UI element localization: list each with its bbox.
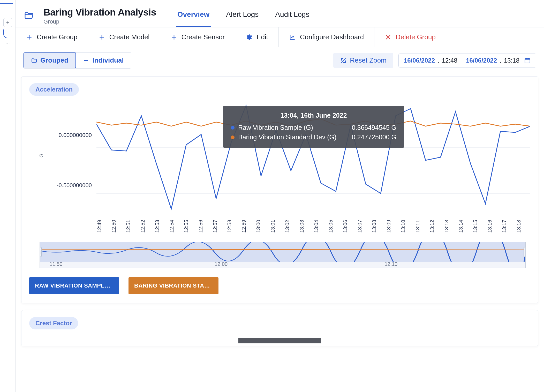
view-grouped-button[interactable]: Grouped bbox=[23, 52, 76, 69]
more-tree-indicator: … bbox=[5, 39, 10, 45]
edit-button[interactable]: Edit bbox=[235, 27, 279, 47]
y-tick: -0.500000000 bbox=[29, 182, 92, 189]
x-tick: 12:55 bbox=[183, 220, 198, 233]
x-tick: 13:13 bbox=[444, 220, 458, 233]
tooltip-peek bbox=[238, 338, 321, 343]
x-tick: 13:01 bbox=[270, 220, 284, 233]
create-sensor-button[interactable]: Create Sensor bbox=[160, 27, 236, 47]
x-tick: 13:04 bbox=[313, 220, 328, 233]
x-tick: 12:49 bbox=[96, 220, 111, 233]
page-header: Baring Vibration Analysis Group Overview… bbox=[16, 0, 544, 27]
x-tick: 12:54 bbox=[169, 220, 183, 233]
gear-icon bbox=[246, 34, 252, 41]
active-indicator-sliver bbox=[0, 0, 13, 4]
x-tick: 13:15 bbox=[472, 220, 487, 233]
create-group-button[interactable]: Create Group bbox=[16, 27, 88, 47]
chart-title-pill: Crest Factor bbox=[29, 317, 78, 329]
plus-icon bbox=[171, 34, 177, 41]
x-tick: 12:56 bbox=[198, 220, 212, 233]
x-tick: 13:16 bbox=[487, 220, 501, 233]
x-tick: 13:17 bbox=[501, 220, 516, 233]
x-tick: 13:11 bbox=[415, 220, 429, 233]
x-tick: 12:59 bbox=[241, 220, 255, 233]
tooltip-row-stddev: Baring Vibration Standard Dev (G) 0.2477… bbox=[231, 132, 396, 142]
tab-bar: Overview Alert Logs Audit Logs bbox=[176, 5, 311, 27]
view-individual-button[interactable]: Individual bbox=[76, 52, 131, 68]
x-tick: 12:51 bbox=[125, 220, 140, 233]
date-range-picker[interactable]: 16/06/2022, 12:48 – 16/06/2022, 13:18 bbox=[398, 54, 536, 67]
x-tick: 13:02 bbox=[284, 220, 299, 233]
x-tick: 13:05 bbox=[328, 220, 342, 233]
series-toggle-raw[interactable]: RAW VIBRATION SAMPLE … bbox=[29, 277, 119, 294]
reset-zoom-button[interactable]: Reset Zoom bbox=[333, 53, 393, 68]
tab-audit-logs[interactable]: Audit Logs bbox=[274, 5, 311, 27]
plus-icon bbox=[26, 34, 33, 41]
delete-group-button[interactable]: Delete Group bbox=[374, 27, 446, 47]
add-node-button[interactable] bbox=[3, 18, 12, 27]
tooltip-row-raw: Raw Vibration Sample (G) -0.366494545 G bbox=[231, 123, 396, 132]
page-title: Baring Vibration Analysis bbox=[43, 7, 156, 18]
time-scrubber[interactable]: 11:50 12:00 12:10 bbox=[40, 242, 526, 268]
series-toggle-stddev[interactable]: BARING VIBRATION STAN… bbox=[129, 277, 218, 294]
calendar-icon bbox=[524, 57, 531, 64]
chart-icon bbox=[289, 34, 296, 41]
x-tick: 13:00 bbox=[255, 220, 270, 233]
page-subtitle: Group bbox=[43, 18, 156, 25]
x-axis-ticks: 12:4912:5012:5112:5212:5312:5412:5512:56… bbox=[96, 220, 530, 233]
tree-branch-decoration bbox=[3, 29, 12, 38]
x-tick: 13:10 bbox=[400, 220, 415, 233]
list-icon bbox=[83, 57, 89, 64]
y-tick: 0.000000000 bbox=[29, 132, 92, 139]
x-tick: 13:09 bbox=[386, 220, 400, 233]
x-tick: 13:14 bbox=[458, 220, 472, 233]
scrubber-handle-left[interactable] bbox=[40, 247, 42, 257]
x-tick: 13:03 bbox=[299, 220, 313, 233]
chart-tooltip: 13:04, 16th June 2022 Raw Vibration Samp… bbox=[223, 106, 404, 148]
y-axis-ticks: 0.000000000 -0.500000000 bbox=[29, 103, 96, 217]
x-tick: 13:12 bbox=[429, 220, 444, 233]
chart-title-pill: Acceleration bbox=[29, 83, 79, 96]
x-tick: 12:57 bbox=[212, 220, 227, 233]
series-toggle-row: RAW VIBRATION SAMPLE … BARING VIBRATION … bbox=[29, 277, 530, 294]
create-model-button[interactable]: Create Model bbox=[88, 27, 160, 47]
crest-factor-chart-card: Crest Factor bbox=[21, 310, 538, 346]
view-toggle: Grouped Individual bbox=[23, 52, 131, 69]
swatch-orange bbox=[231, 135, 235, 139]
expand-icon bbox=[340, 57, 347, 64]
action-toolbar: Create Group Create Model Create Sensor … bbox=[16, 27, 544, 47]
scrubber-handle-right[interactable] bbox=[524, 247, 526, 257]
tooltip-title: 13:04, 16th June 2022 bbox=[231, 112, 396, 119]
sidebar-sliver: … bbox=[0, 0, 16, 392]
close-icon bbox=[385, 34, 391, 41]
acceleration-chart-card: Acceleration 13:04, 16th June 2022 Raw V… bbox=[21, 76, 538, 303]
x-tick: 13:06 bbox=[342, 220, 357, 233]
configure-dashboard-button[interactable]: Configure Dashboard bbox=[279, 27, 374, 47]
folder-open-icon bbox=[24, 11, 34, 21]
x-tick: 13:07 bbox=[357, 220, 371, 233]
tab-overview[interactable]: Overview bbox=[176, 5, 211, 27]
svg-rect-0 bbox=[525, 58, 530, 63]
swatch-blue bbox=[231, 126, 235, 130]
x-tick: 12:58 bbox=[226, 220, 241, 233]
folder-icon bbox=[31, 57, 37, 64]
plus-icon bbox=[99, 34, 105, 41]
x-tick: 12:50 bbox=[111, 220, 125, 233]
x-tick: 13:18 bbox=[516, 220, 530, 233]
x-tick: 13:08 bbox=[371, 220, 386, 233]
y-axis-label: G bbox=[39, 154, 44, 158]
x-tick: 12:52 bbox=[140, 220, 154, 233]
x-tick: 12:53 bbox=[154, 220, 169, 233]
view-controls-row: Grouped Individual Reset Zoom 16/06/2022… bbox=[16, 47, 544, 74]
tab-alert-logs[interactable]: Alert Logs bbox=[224, 5, 260, 27]
